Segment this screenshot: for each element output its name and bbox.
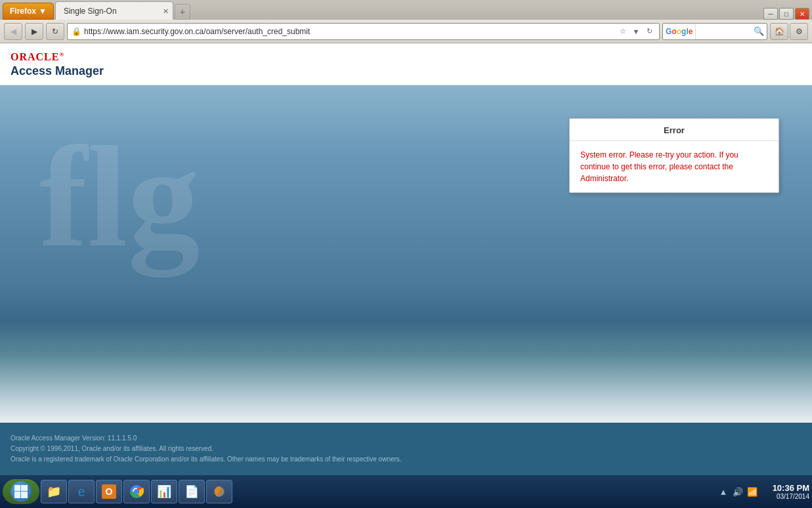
clock-time: 10:36 PM [763, 483, 809, 493]
oracle-logo: ORACLE® [11, 51, 801, 63]
search-button[interactable]: 🔍 [751, 24, 767, 39]
error-message: System error. Please re-try your action.… [570, 141, 779, 192]
refresh-button[interactable]: ↻ [46, 23, 64, 40]
close-button[interactable]: ✕ [795, 8, 809, 20]
watermark-text: flg [39, 125, 200, 269]
windows-orb-icon [11, 481, 32, 502]
minimize-icon: ─ [768, 11, 773, 18]
taskbar-ie[interactable]: e [68, 480, 95, 503]
firefox-label: Firefox [10, 7, 36, 16]
firefox-taskbar-icon [211, 484, 227, 499]
navigation-bar: ◀ ▶ ↻ 🔒 https://www.iam.security.gov.on.… [0, 20, 812, 43]
taskbar-explorer[interactable]: 📁 [41, 480, 67, 503]
star-dropdown-icon[interactable]: ▼ [630, 26, 642, 37]
footer-version: Oracle Access Manager Version: 11.1.1.5.… [11, 433, 801, 444]
tab-bar: Firefox ▼ Single Sign-On ✕ + ─ □ ✕ [0, 0, 812, 20]
active-tab[interactable]: Single Sign-On ✕ [55, 1, 173, 20]
star-icon[interactable]: ☆ [617, 26, 629, 37]
app1-icon: 📊 [156, 484, 172, 499]
address-bar[interactable]: 🔒 https://www.iam.security.gov.on.ca/oam… [67, 23, 660, 40]
firefox-menu-button[interactable]: Firefox ▼ [3, 3, 54, 20]
start-button[interactable] [3, 479, 39, 504]
main-content-area: flg Error System error. Please re-try yo… [0, 85, 812, 423]
error-title: Error [570, 119, 779, 141]
nav-right-icons: 🏠 ⚙ [770, 23, 808, 40]
new-tab-icon: + [180, 7, 185, 17]
window-controls: ─ □ ✕ [763, 8, 809, 20]
taskbar-outlook[interactable]: O [96, 480, 122, 503]
system-clock[interactable]: 10:36 PM 03/17/2014 [763, 483, 809, 500]
tab-title: Single Sign-On [64, 7, 117, 16]
network-icon[interactable]: 📶 [746, 486, 758, 497]
reload-icon[interactable]: ↻ [643, 26, 655, 37]
taskbar-firefox[interactable] [206, 480, 232, 503]
page-content: ORACLE® Access Manager flg Error System … [0, 43, 812, 475]
error-dialog: Error System error. Please re-try your a… [569, 118, 779, 193]
maximize-icon: □ [784, 11, 788, 18]
address-icons: ☆ ▼ ↻ [617, 26, 655, 37]
oracle-brand-text: ORACLE® [11, 51, 64, 62]
forward-button[interactable]: ▶ [25, 23, 43, 40]
minimize-button[interactable]: ─ [763, 8, 778, 20]
svg-point-2 [134, 489, 139, 494]
tray-arrow-icon[interactable]: ▲ [717, 486, 729, 497]
clock-date: 03/17/2014 [763, 493, 809, 500]
new-tab-button[interactable]: + [175, 4, 190, 20]
oracle-header: ORACLE® Access Manager [0, 43, 812, 85]
search-bar[interactable]: G o o g l e 🔍 [662, 23, 767, 40]
dropdown-arrow: ▼ [39, 7, 47, 16]
google-logo: G o o g l e [663, 24, 696, 39]
close-icon: ✕ [800, 11, 805, 18]
address-text: https://www.iam.security.gov.on.ca/oam/s… [84, 27, 614, 36]
ie-icon: e [74, 484, 89, 499]
maximize-button[interactable]: □ [779, 8, 794, 20]
tab-close-button[interactable]: ✕ [163, 7, 169, 15]
explorer-icon: 📁 [46, 484, 62, 499]
footer-copyright: Copyright © 1996,2011, Oracle and/or its… [11, 444, 801, 454]
refresh-icon: ↻ [52, 27, 58, 36]
back-icon: ◀ [11, 27, 16, 36]
lock-icon: 🔒 [72, 27, 81, 36]
product-name: Access Manager [11, 64, 801, 78]
home-button[interactable]: 🏠 [770, 23, 788, 40]
footer-trademark: Oracle is a registered trademark of Orac… [11, 454, 801, 465]
forward-icon: ▶ [32, 27, 37, 36]
chrome-icon [129, 484, 144, 499]
tools-button[interactable]: ⚙ [790, 23, 808, 40]
page-footer: Oracle Access Manager Version: 11.1.1.5.… [0, 423, 812, 475]
back-button[interactable]: ◀ [4, 23, 22, 40]
acrobat-icon: 📄 [184, 484, 200, 499]
system-tray: ▲ 🔊 📶 [714, 486, 762, 497]
outlook-icon: O [102, 484, 116, 499]
taskbar: 📁 e O 📊 📄 [0, 475, 812, 508]
speaker-icon[interactable]: 🔊 [732, 486, 744, 497]
taskbar-chrome[interactable] [123, 480, 150, 503]
taskbar-app1[interactable]: 📊 [151, 480, 177, 503]
taskbar-acrobat[interactable]: 📄 [179, 480, 205, 503]
